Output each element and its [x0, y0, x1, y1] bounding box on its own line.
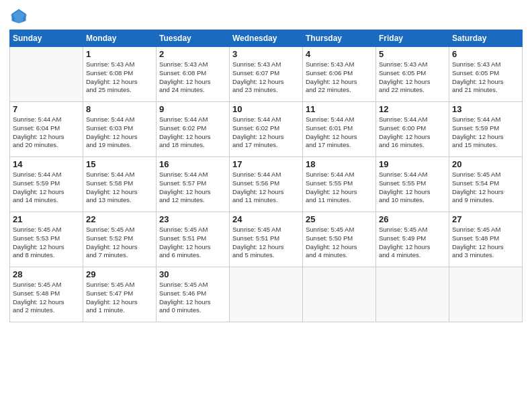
day-cell: [230, 267, 303, 322]
day-cell: 7Sunrise: 5:44 AM Sunset: 6:04 PM Daylig…: [10, 102, 83, 157]
day-cell: 14Sunrise: 5:44 AM Sunset: 5:59 PM Dayli…: [10, 157, 83, 212]
week-row-1: 1Sunrise: 5:43 AM Sunset: 6:08 PM Daylig…: [10, 47, 523, 102]
day-info: Sunrise: 5:44 AM Sunset: 5:55 PM Dayligh…: [379, 171, 446, 205]
day-info: Sunrise: 5:44 AM Sunset: 5:59 PM Dayligh…: [452, 116, 519, 150]
day-info: Sunrise: 5:44 AM Sunset: 6:01 PM Dayligh…: [306, 116, 373, 150]
header-sunday: Sunday: [10, 30, 83, 47]
day-number: 15: [86, 159, 153, 169]
day-cell: 12Sunrise: 5:44 AM Sunset: 6:00 PM Dayli…: [376, 102, 449, 157]
day-info: Sunrise: 5:45 AM Sunset: 5:49 PM Dayligh…: [379, 226, 446, 260]
day-cell: 10Sunrise: 5:44 AM Sunset: 6:02 PM Dayli…: [230, 102, 303, 157]
day-cell: 2Sunrise: 5:43 AM Sunset: 6:08 PM Daylig…: [157, 47, 230, 102]
weekday-header-row: Sunday Monday Tuesday Wednesday Thursday…: [10, 30, 523, 47]
calendar-table: Sunday Monday Tuesday Wednesday Thursday…: [9, 30, 523, 322]
day-number: 22: [86, 214, 153, 224]
day-cell: 8Sunrise: 5:44 AM Sunset: 6:03 PM Daylig…: [83, 102, 157, 157]
day-number: 5: [379, 49, 446, 59]
day-number: 3: [232, 49, 300, 59]
day-cell: 4Sunrise: 5:43 AM Sunset: 6:06 PM Daylig…: [303, 47, 376, 102]
day-info: Sunrise: 5:43 AM Sunset: 6:06 PM Dayligh…: [306, 60, 373, 95]
day-cell: 30Sunrise: 5:45 AM Sunset: 5:46 PM Dayli…: [157, 267, 230, 322]
day-cell: 5Sunrise: 5:43 AM Sunset: 6:05 PM Daylig…: [376, 47, 449, 102]
day-number: 28: [13, 269, 80, 279]
day-number: 11: [306, 104, 373, 114]
day-number: 9: [159, 104, 226, 114]
week-row-5: 28Sunrise: 5:45 AM Sunset: 5:48 PM Dayli…: [10, 267, 523, 322]
header: [9, 7, 523, 26]
day-info: Sunrise: 5:43 AM Sunset: 6:05 PM Dayligh…: [379, 60, 446, 95]
day-cell: [376, 267, 449, 322]
day-cell: 26Sunrise: 5:45 AM Sunset: 5:49 PM Dayli…: [376, 212, 449, 267]
day-cell: 28Sunrise: 5:45 AM Sunset: 5:48 PM Dayli…: [10, 267, 83, 322]
day-number: 20: [452, 159, 519, 169]
day-cell: 20Sunrise: 5:45 AM Sunset: 5:54 PM Dayli…: [449, 157, 523, 212]
day-cell: 9Sunrise: 5:44 AM Sunset: 6:02 PM Daylig…: [157, 102, 230, 157]
header-saturday: Saturday: [449, 30, 523, 47]
day-number: 10: [232, 104, 300, 114]
logo-icon: [9, 7, 28, 26]
day-info: Sunrise: 5:43 AM Sunset: 6:08 PM Dayligh…: [86, 60, 153, 95]
day-cell: [303, 267, 376, 322]
day-info: Sunrise: 5:44 AM Sunset: 6:03 PM Dayligh…: [86, 116, 153, 150]
day-number: 19: [379, 159, 446, 169]
day-number: 7: [13, 104, 80, 114]
day-cell: 6Sunrise: 5:43 AM Sunset: 6:05 PM Daylig…: [449, 47, 523, 102]
day-number: 27: [452, 214, 519, 224]
day-info: Sunrise: 5:45 AM Sunset: 5:51 PM Dayligh…: [232, 226, 300, 260]
day-info: Sunrise: 5:44 AM Sunset: 6:00 PM Dayligh…: [379, 116, 446, 150]
day-info: Sunrise: 5:45 AM Sunset: 5:47 PM Dayligh…: [86, 281, 153, 315]
day-cell: 24Sunrise: 5:45 AM Sunset: 5:51 PM Dayli…: [230, 212, 303, 267]
day-info: Sunrise: 5:45 AM Sunset: 5:54 PM Dayligh…: [452, 171, 519, 205]
day-cell: 27Sunrise: 5:45 AM Sunset: 5:48 PM Dayli…: [449, 212, 523, 267]
day-cell: 22Sunrise: 5:45 AM Sunset: 5:52 PM Dayli…: [83, 212, 157, 267]
day-cell: 3Sunrise: 5:43 AM Sunset: 6:07 PM Daylig…: [230, 47, 303, 102]
day-info: Sunrise: 5:44 AM Sunset: 5:56 PM Dayligh…: [232, 171, 300, 205]
day-number: 17: [232, 159, 300, 169]
day-info: Sunrise: 5:44 AM Sunset: 5:59 PM Dayligh…: [13, 171, 80, 205]
day-number: 14: [13, 159, 80, 169]
day-cell: 21Sunrise: 5:45 AM Sunset: 5:53 PM Dayli…: [10, 212, 83, 267]
day-number: 8: [86, 104, 153, 114]
day-number: 25: [306, 214, 373, 224]
day-cell: 25Sunrise: 5:45 AM Sunset: 5:50 PM Dayli…: [303, 212, 376, 267]
day-cell: [10, 47, 83, 102]
day-cell: 18Sunrise: 5:44 AM Sunset: 5:55 PM Dayli…: [303, 157, 376, 212]
week-row-4: 21Sunrise: 5:45 AM Sunset: 5:53 PM Dayli…: [10, 212, 523, 267]
page: Sunday Monday Tuesday Wednesday Thursday…: [0, 0, 532, 411]
day-cell: 29Sunrise: 5:45 AM Sunset: 5:47 PM Dayli…: [83, 267, 157, 322]
header-wednesday: Wednesday: [230, 30, 303, 47]
day-number: 13: [452, 104, 519, 114]
logo: [9, 7, 31, 26]
header-thursday: Thursday: [303, 30, 376, 47]
day-cell: 11Sunrise: 5:44 AM Sunset: 6:01 PM Dayli…: [303, 102, 376, 157]
day-info: Sunrise: 5:45 AM Sunset: 5:48 PM Dayligh…: [13, 281, 80, 315]
day-number: 1: [86, 49, 153, 59]
day-cell: 17Sunrise: 5:44 AM Sunset: 5:56 PM Dayli…: [230, 157, 303, 212]
day-number: 21: [13, 214, 80, 224]
day-info: Sunrise: 5:45 AM Sunset: 5:53 PM Dayligh…: [13, 226, 80, 260]
day-info: Sunrise: 5:45 AM Sunset: 5:51 PM Dayligh…: [159, 226, 226, 260]
day-number: 6: [452, 49, 519, 59]
header-friday: Friday: [376, 30, 449, 47]
day-cell: 23Sunrise: 5:45 AM Sunset: 5:51 PM Dayli…: [157, 212, 230, 267]
day-number: 18: [306, 159, 373, 169]
day-info: Sunrise: 5:44 AM Sunset: 5:57 PM Dayligh…: [159, 171, 226, 205]
day-number: 24: [232, 214, 300, 224]
day-cell: 13Sunrise: 5:44 AM Sunset: 5:59 PM Dayli…: [449, 102, 523, 157]
week-row-3: 14Sunrise: 5:44 AM Sunset: 5:59 PM Dayli…: [10, 157, 523, 212]
day-number: 23: [159, 214, 226, 224]
header-monday: Monday: [83, 30, 157, 47]
day-number: 16: [159, 159, 226, 169]
day-info: Sunrise: 5:43 AM Sunset: 6:08 PM Dayligh…: [159, 60, 226, 95]
day-info: Sunrise: 5:45 AM Sunset: 5:48 PM Dayligh…: [452, 226, 519, 260]
day-number: 26: [379, 214, 446, 224]
day-number: 30: [159, 269, 226, 279]
day-cell: 1Sunrise: 5:43 AM Sunset: 6:08 PM Daylig…: [83, 47, 157, 102]
day-cell: 16Sunrise: 5:44 AM Sunset: 5:57 PM Dayli…: [157, 157, 230, 212]
day-info: Sunrise: 5:45 AM Sunset: 5:50 PM Dayligh…: [306, 226, 373, 260]
day-info: Sunrise: 5:45 AM Sunset: 5:46 PM Dayligh…: [159, 281, 226, 315]
day-number: 4: [306, 49, 373, 59]
day-number: 29: [86, 269, 153, 279]
day-info: Sunrise: 5:44 AM Sunset: 5:55 PM Dayligh…: [306, 171, 373, 205]
week-row-2: 7Sunrise: 5:44 AM Sunset: 6:04 PM Daylig…: [10, 102, 523, 157]
